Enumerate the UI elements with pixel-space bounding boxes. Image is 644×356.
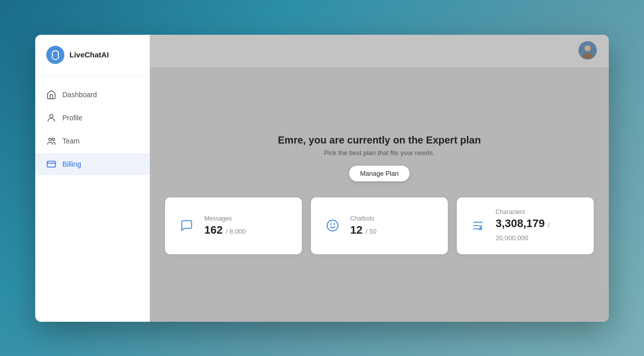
messages-limit: / 8,000: [226, 228, 246, 235]
chat-icon: [177, 216, 196, 235]
messages-stat-card: Messages 162 / 8,000: [165, 197, 302, 254]
characters-value: 3,308,179 / 20,000,000: [496, 217, 582, 243]
plan-subtitle: Pick the best plan that fits your needs.: [324, 149, 435, 157]
chatbots-limit: / 50: [366, 228, 377, 235]
svg-point-1: [49, 138, 51, 140]
characters-label: Characters: [496, 208, 582, 216]
chatbots-stat-card: Chatbots 12 / 50: [311, 197, 448, 254]
main-content: Emre, you are currently on the Expert pl…: [150, 35, 609, 322]
messages-value: 162 / 8,000: [204, 224, 246, 237]
manage-plan-button[interactable]: Manage Plan: [349, 166, 410, 181]
logo-text: LiveChatAI: [69, 50, 109, 59]
sidebar-item-team[interactable]: Team: [35, 130, 149, 152]
dashboard-icon: [46, 90, 56, 100]
dashboard-label: Dashboard: [62, 91, 97, 99]
sidebar: LiveChatAI Dashboard: [35, 35, 150, 322]
svg-point-2: [52, 138, 55, 140]
svg-point-6: [585, 45, 591, 51]
team-label: Team: [62, 137, 79, 145]
team-icon: [46, 136, 56, 146]
characters-stat-card: Characters 3,308,179 / 20,000,000: [457, 197, 594, 254]
sidebar-item-billing[interactable]: Billing: [35, 153, 149, 175]
plan-title: Emre, you are currently on the Expert pl…: [278, 134, 480, 146]
svg-point-7: [327, 220, 338, 231]
content-area: Emre, you are currently on the Expert pl…: [150, 67, 609, 322]
sidebar-header: LiveChatAI: [35, 35, 149, 76]
characters-limit: / 20,000,000: [496, 221, 550, 242]
billing-icon: [46, 159, 56, 169]
profile-icon: [46, 113, 56, 123]
stats-row: Messages 162 / 8,000: [165, 197, 594, 254]
chatbots-label: Chatbots: [350, 215, 376, 222]
app-window: LiveChatAI Dashboard: [35, 35, 609, 322]
profile-label: Profile: [62, 114, 83, 122]
user-avatar[interactable]: [579, 41, 597, 59]
messages-label: Messages: [204, 215, 246, 222]
sidebar-nav: Dashboard Profile: [35, 76, 149, 183]
chatbots-value: 12 / 50: [350, 224, 376, 237]
smile-icon: [323, 216, 342, 235]
billing-label: Billing: [62, 160, 81, 168]
topbar: [150, 35, 609, 67]
svg-point-0: [50, 114, 53, 118]
sidebar-item-profile[interactable]: Profile: [35, 107, 149, 129]
translate-icon: [469, 216, 488, 235]
svg-rect-3: [47, 161, 56, 167]
sidebar-item-dashboard[interactable]: Dashboard: [35, 84, 149, 106]
logo-icon: [46, 46, 64, 64]
